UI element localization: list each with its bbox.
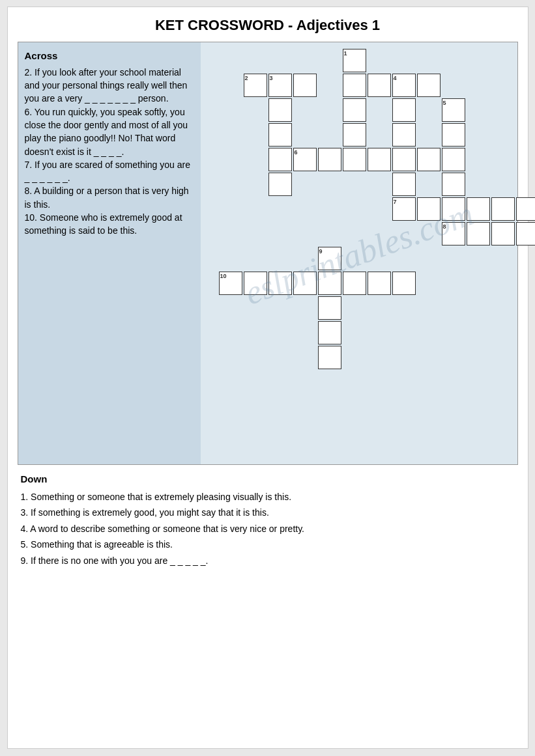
down-label: Down [21,471,515,487]
cell-3-5 [268,173,292,196]
cell-9-2 [318,272,341,295]
cell-3-3 [268,123,292,147]
cell-7-4 [491,197,515,221]
cell-8-4 [516,222,536,245]
cell-10-6 [368,272,391,295]
cell-5-2 [442,123,465,147]
across-clue-10: 10. Someone who is extremely good at som… [25,211,194,238]
across-clue-6: 6. You run quickly, you speak softly, yo… [25,105,194,158]
cell-5-3 [442,148,465,171]
down-clue-1: 1. Something or someone that is extremel… [21,490,515,504]
cell-4-4 [392,148,416,171]
cell-2-5b [368,74,391,97]
cell-1-0: 1 [343,49,366,72]
across-clue-2: 2. If you look after your school materia… [25,66,194,105]
cell-3-2 [268,98,292,122]
main-content: Across 2. If you look after your school … [18,42,518,465]
cell-9-5 [318,346,341,369]
cell-2-2: 3 [268,74,292,97]
cell-7-5 [516,197,536,221]
cell-4-3 [392,123,416,147]
cell-1-3 [343,123,366,147]
across-clue-7: 7. If you are scared of something you ar… [25,158,194,185]
cell-10-2 [244,272,267,295]
cell-5-5 [442,197,465,221]
grid-container: 1 2 3 4 [219,49,499,433]
down-clues: Down 1. Something or someone that is ext… [18,465,518,576]
cell-7-3 [467,197,490,221]
cell-9-4 [318,321,341,344]
down-clue-4: 4. A word to describe something or someo… [21,522,515,536]
cell-6-3 [368,148,391,171]
cell-6-2 [318,148,341,171]
cell-4-2 [392,98,416,122]
cell-10-4 [293,272,317,295]
down-clue-9: 9. If there is no one with you you are _… [21,553,515,568]
cell-10-1: 10 [219,272,242,295]
cell-9-1: 9 [318,247,341,270]
cell-5-4 [442,173,465,196]
cell-10-7 [392,272,416,295]
cell-1-2 [343,98,366,122]
down-clue-5: 5. Something that is agreeable is this. [21,537,515,552]
cell-8-1: 8 [442,222,465,245]
cell-10-3 [268,272,292,295]
cell-4-5 [392,173,416,196]
page: KET CROSSWORD - Adjectives 1 Across 2. I… [7,7,528,749]
crossword-area: eslprintables.com 1 2 3 4 [201,42,517,464]
cell-2-7 [417,74,441,97]
cell-2-1: 2 [244,74,267,97]
cell-1-4 [343,148,366,171]
cell-9-3 [318,296,341,320]
cell-1-1 [343,74,366,97]
cell-7-2 [417,197,441,221]
across-clues: Across 2. If you look after your school … [18,42,201,464]
cell-5-1: 5 [442,98,465,122]
cell-7-1: 7 [392,197,416,221]
cell-3-4 [268,148,292,171]
cell-8-2 [467,222,490,245]
cell-8-3 [491,222,515,245]
cell-2-3 [293,74,317,97]
cell-10-5 [343,272,366,295]
cell-6-1: 6 [293,148,317,171]
across-label: Across [25,49,194,63]
across-clue-8: 8. A building or a person that is very h… [25,184,194,211]
cell-2-6: 4 [392,74,416,97]
down-clue-3: 3. If something is extremely good, you m… [21,505,515,520]
page-title: KET CROSSWORD - Adjectives 1 [18,17,518,34]
cell-6-4 [417,148,441,171]
